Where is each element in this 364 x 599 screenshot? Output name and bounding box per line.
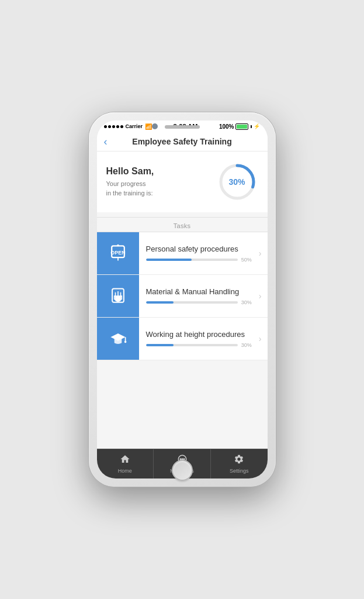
settings-icon	[234, 454, 244, 467]
wifi-icon: 📶	[145, 123, 152, 130]
carrier-label: Carrier	[126, 123, 143, 129]
task-icon-box-1: OPEN	[97, 232, 139, 274]
task-progress-row-1: 50%	[146, 257, 252, 263]
task-progress-fill-2	[146, 301, 174, 304]
task-progress-row-2: 30%	[146, 300, 252, 305]
task-progress-fill-1	[146, 259, 192, 261]
speaker-grille	[165, 125, 200, 129]
task-percent-1: 50%	[241, 257, 252, 263]
task-title-1: Personal safety procedures	[146, 245, 252, 253]
task-percent-2: 30%	[241, 300, 252, 305]
task-body-2: Material & Manual Handling 30%	[139, 281, 259, 311]
task-progress-bg-1	[146, 259, 238, 261]
greeting-subtext: Your progress in the training is:	[106, 179, 154, 198]
task-title-3: Working at height procedures	[146, 330, 252, 339]
status-left: Carrier 📶	[104, 123, 152, 130]
tasks-label: Tasks	[97, 217, 268, 232]
hand-stop-icon	[108, 285, 129, 307]
task-item-2[interactable]: Material & Manual Handling 30% ›	[97, 275, 268, 318]
task-title-2: Material & Manual Handling	[146, 287, 252, 296]
back-button[interactable]: ‹	[104, 136, 108, 148]
home-icon	[120, 454, 130, 467]
progress-percent: 30%	[228, 177, 245, 187]
svg-point-9	[124, 341, 126, 343]
tasks-section: Tasks OPEN Personal safety procedure	[97, 217, 268, 360]
signal-dots	[104, 125, 123, 128]
lightning-icon: ⚡	[254, 123, 260, 129]
task-item[interactable]: OPEN Personal safety procedures 50%	[97, 232, 268, 275]
task-body-3: Working at height procedures 30%	[139, 324, 259, 354]
page-title: Employee Safety Training	[132, 137, 231, 146]
chevron-right-icon-1: ›	[259, 249, 268, 258]
open-sign-icon: OPEN	[108, 243, 129, 264]
graduation-cap-icon	[108, 328, 129, 349]
svg-point-5	[117, 245, 119, 247]
camera-dot	[152, 123, 158, 129]
phone-screen: Carrier 📶 8:08 AM 100% ⚡ ‹ Employee Safe…	[97, 121, 268, 478]
battery-fill	[237, 125, 247, 129]
battery-bar	[235, 123, 248, 130]
nav-label-home: Home	[118, 468, 132, 474]
progress-section: Hello Sam, Your progress in the training…	[97, 152, 268, 212]
status-right: 100% ⚡	[219, 123, 261, 130]
app-header: ‹ Employee Safety Training	[97, 132, 268, 152]
nav-item-settings[interactable]: Settings	[211, 449, 268, 478]
task-progress-bg-3	[146, 344, 238, 346]
task-progress-row-3: 30%	[146, 342, 252, 348]
task-body-1: Personal safety procedures 50%	[139, 239, 259, 268]
home-button[interactable]	[172, 460, 193, 481]
task-percent-3: 30%	[241, 342, 252, 348]
task-progress-fill-3	[146, 344, 174, 346]
task-progress-bg-2	[146, 301, 238, 304]
chevron-right-icon-3: ›	[259, 334, 268, 343]
task-item-3[interactable]: Working at height procedures 30% ›	[97, 318, 268, 360]
nav-label-settings: Settings	[230, 468, 249, 474]
greeting-hello: Hello Sam,	[106, 166, 154, 177]
task-icon-box-3	[97, 318, 139, 360]
battery-tip	[251, 125, 252, 128]
task-icon-box-2	[97, 275, 139, 317]
progress-circle: 30%	[216, 161, 258, 203]
svg-text:OPEN: OPEN	[110, 250, 126, 256]
chevron-right-icon-2: ›	[259, 291, 268, 301]
phone-device: Carrier 📶 8:08 AM 100% ⚡ ‹ Employee Safe…	[89, 112, 276, 487]
greeting-block: Hello Sam, Your progress in the training…	[106, 166, 154, 198]
app-content: Hello Sam, Your progress in the training…	[97, 152, 268, 449]
nav-item-home[interactable]: Home	[97, 449, 154, 478]
battery-percent: 100%	[219, 123, 234, 130]
